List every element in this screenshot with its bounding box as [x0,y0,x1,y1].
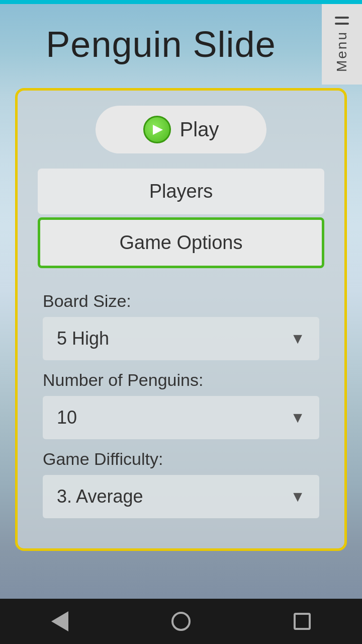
penguins-select[interactable]: 10 ▼ [43,396,319,439]
hamburger-icon [335,17,349,25]
title-area: Penguin Slide [0,4,322,85]
game-options-nav-button[interactable]: Game Options [38,217,324,268]
difficulty-value: 3. Average [57,486,143,507]
app-title: Penguin Slide [46,24,276,65]
board-size-select[interactable]: 5 High ▼ [43,317,319,360]
recents-button[interactable] [294,613,311,630]
menu-button[interactable]: Menu [322,4,362,85]
players-nav-button[interactable]: Players [38,169,324,214]
board-size-dropdown-arrow: ▼ [290,330,305,347]
back-button[interactable] [51,611,68,631]
back-icon [51,611,68,631]
main-card: Play Players Game Options Board Size: 5 … [15,88,347,551]
home-icon [171,612,191,631]
home-button[interactable] [171,612,191,631]
players-nav-label: Players [149,181,213,202]
options-section: Board Size: 5 High ▼ Number of Penguins:… [38,271,324,528]
play-button[interactable]: Play [96,106,266,153]
board-size-value: 5 High [57,328,109,349]
menu-label: Menu [334,31,350,72]
difficulty-select[interactable]: 3. Average ▼ [43,475,319,518]
penguins-label: Number of Penguins: [43,370,319,390]
board-size-label: Board Size: [43,291,319,311]
play-label: Play [180,118,219,141]
play-icon [143,116,171,143]
recents-icon [294,613,311,630]
game-options-nav-label: Game Options [120,232,243,253]
difficulty-label: Game Difficulty: [43,449,319,469]
penguins-dropdown-arrow: ▼ [290,409,305,426]
bottom-nav [0,599,362,644]
difficulty-dropdown-arrow: ▼ [290,488,305,505]
top-bar [0,0,362,4]
penguins-value: 10 [57,407,77,428]
